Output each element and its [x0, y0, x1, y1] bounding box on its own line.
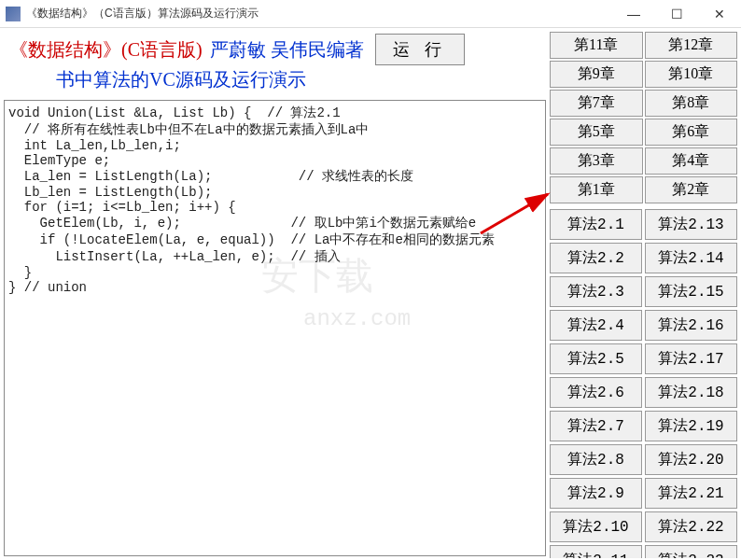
algorithm-button-17[interactable]: 算法2.21	[645, 478, 737, 509]
maximize-button[interactable]: ☐	[655, 0, 698, 28]
minimize-button[interactable]: —	[612, 0, 655, 28]
algorithm-button-21[interactable]: 算法2.23	[645, 545, 737, 558]
algorithm-button-12[interactable]: 算法2.7	[550, 411, 642, 441]
algorithm-button-18[interactable]: 算法2.10	[550, 511, 642, 542]
algorithm-grid: 算法2.1算法2.13算法2.2算法2.14算法2.3算法2.15算法2.4算法…	[550, 209, 737, 558]
chapter-button-9[interactable]: 第4章	[645, 147, 738, 175]
chapter-button-1[interactable]: 第12章	[645, 32, 738, 59]
chapter-button-0[interactable]: 第11章	[550, 32, 643, 59]
title-book: 《数据结构》(C语言版)	[9, 37, 203, 63]
run-button[interactable]: 运 行	[375, 34, 466, 65]
algorithm-button-20[interactable]: 算法2.11	[550, 545, 642, 558]
algorithm-button-10[interactable]: 算法2.6	[550, 377, 642, 408]
chapter-grid: 第11章第12章第9章第10章第7章第8章第5章第6章第3章第4章第1章第2章	[550, 32, 737, 203]
titlebar: 《数据结构》（C语言版）算法源码及运行演示 — ☐ ✕	[0, 0, 741, 28]
chapter-button-11[interactable]: 第2章	[645, 176, 738, 203]
algorithm-button-5[interactable]: 算法2.15	[645, 276, 737, 307]
algorithm-button-15[interactable]: 算法2.20	[645, 444, 737, 475]
chapter-button-8[interactable]: 第3章	[550, 147, 643, 175]
algorithm-button-11[interactable]: 算法2.18	[645, 377, 737, 408]
header-area: 《数据结构》(C语言版) 严蔚敏 吴伟民编著 运 行 书中算法的VC源码及运行演…	[2, 30, 548, 98]
app-icon	[6, 7, 21, 21]
chapter-button-10[interactable]: 第1章	[550, 176, 643, 203]
algorithm-button-3[interactable]: 算法2.14	[645, 243, 737, 273]
algorithm-button-14[interactable]: 算法2.8	[550, 444, 642, 475]
code-text: void Union(List &La, List Lb) { // 算法2.1…	[8, 105, 495, 295]
algorithm-button-16[interactable]: 算法2.9	[550, 478, 642, 509]
chapter-button-3[interactable]: 第10章	[645, 61, 738, 88]
window-controls: — ☐ ✕	[612, 0, 741, 28]
algorithm-button-13[interactable]: 算法2.19	[645, 411, 737, 441]
left-panel: 《数据结构》(C语言版) 严蔚敏 吴伟民编著 运 行 书中算法的VC源码及运行演…	[2, 30, 548, 558]
algorithm-button-8[interactable]: 算法2.5	[550, 343, 642, 374]
algorithm-button-9[interactable]: 算法2.17	[645, 343, 737, 374]
close-button[interactable]: ✕	[698, 0, 741, 28]
algorithm-button-4[interactable]: 算法2.3	[550, 276, 642, 307]
chapter-button-5[interactable]: 第8章	[645, 90, 738, 117]
subtitle: 书中算法的VC源码及运行演示	[56, 67, 540, 92]
chapter-button-6[interactable]: 第5章	[550, 119, 643, 146]
chapter-button-7[interactable]: 第6章	[645, 119, 738, 146]
chapter-button-4[interactable]: 第7章	[550, 90, 643, 117]
algorithm-button-0[interactable]: 算法2.1	[550, 209, 642, 240]
watermark-text: anxz.com	[303, 306, 411, 331]
algorithm-button-6[interactable]: 算法2.4	[550, 310, 642, 341]
algorithm-button-19[interactable]: 算法2.22	[645, 511, 737, 542]
algorithm-button-1[interactable]: 算法2.13	[645, 209, 737, 240]
content-area: 《数据结构》(C语言版) 严蔚敏 吴伟民编著 运 行 书中算法的VC源码及运行演…	[0, 28, 741, 560]
window-title: 《数据结构》（C语言版）算法源码及运行演示	[26, 6, 612, 21]
right-panel: 第11章第12章第9章第10章第7章第8章第5章第6章第3章第4章第1章第2章 …	[548, 30, 739, 558]
title-line: 《数据结构》(C语言版) 严蔚敏 吴伟民编著 运 行	[9, 34, 540, 65]
chapter-button-2[interactable]: 第9章	[550, 61, 643, 88]
title-authors: 严蔚敏 吴伟民编著	[210, 37, 364, 63]
algorithm-button-2[interactable]: 算法2.2	[550, 243, 642, 273]
algorithm-button-7[interactable]: 算法2.16	[645, 310, 737, 341]
code-editor[interactable]: void Union(List &La, List Lb) { // 算法2.1…	[4, 100, 546, 556]
